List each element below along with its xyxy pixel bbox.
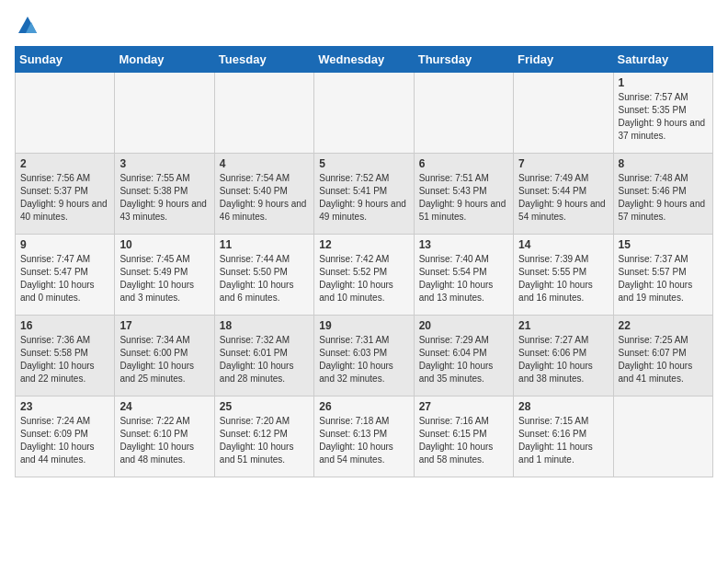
day-number: 4	[220, 157, 309, 170]
day-info: Sunrise: 7:32 AM Sunset: 6:01 PM Dayligh…	[220, 334, 309, 385]
day-number: 10	[119, 238, 209, 251]
day-number: 18	[220, 319, 309, 332]
logo	[15, 15, 39, 37]
day-number: 2	[20, 157, 109, 170]
day-number: 26	[319, 400, 408, 413]
day-number: 14	[518, 238, 608, 251]
day-number: 5	[319, 157, 408, 170]
calendar-cell: 3Sunrise: 7:55 AM Sunset: 5:38 PM Daylig…	[115, 154, 214, 235]
day-number: 13	[419, 238, 508, 251]
day-number: 16	[20, 319, 109, 332]
day-info: Sunrise: 7:27 AM Sunset: 6:06 PM Dayligh…	[518, 334, 608, 385]
calendar-cell	[314, 73, 414, 154]
day-info: Sunrise: 7:20 AM Sunset: 6:12 PM Dayligh…	[220, 415, 309, 466]
day-info: Sunrise: 7:45 AM Sunset: 5:49 PM Dayligh…	[119, 253, 209, 304]
day-number: 1	[619, 76, 708, 89]
calendar-cell	[214, 73, 313, 154]
calendar-cell	[16, 73, 115, 154]
calendar-cell: 9Sunrise: 7:47 AM Sunset: 5:47 PM Daylig…	[16, 235, 115, 316]
day-info: Sunrise: 7:36 AM Sunset: 5:58 PM Dayligh…	[20, 334, 109, 385]
calendar-cell: 22Sunrise: 7:25 AM Sunset: 6:07 PM Dayli…	[613, 316, 712, 396]
calendar-header-row: SundayMondayTuesdayWednesdayThursdayFrid…	[16, 47, 713, 73]
day-info: Sunrise: 7:52 AM Sunset: 5:41 PM Dayligh…	[319, 172, 408, 224]
day-info: Sunrise: 7:55 AM Sunset: 5:38 PM Dayligh…	[119, 172, 209, 224]
day-header-friday: Friday	[514, 47, 613, 73]
day-number: 15	[619, 238, 708, 251]
day-number: 27	[419, 400, 508, 413]
day-number: 9	[20, 238, 109, 251]
calendar-cell: 2Sunrise: 7:56 AM Sunset: 5:37 PM Daylig…	[16, 154, 115, 235]
calendar-cell: 8Sunrise: 7:48 AM Sunset: 5:46 PM Daylig…	[613, 154, 712, 235]
day-number: 12	[319, 238, 408, 251]
day-info: Sunrise: 7:16 AM Sunset: 6:15 PM Dayligh…	[419, 415, 508, 466]
day-number: 21	[518, 319, 608, 332]
calendar-cell: 25Sunrise: 7:20 AM Sunset: 6:12 PM Dayli…	[214, 396, 313, 477]
calendar-cell	[115, 73, 214, 154]
day-header-monday: Monday	[115, 47, 214, 73]
calendar-cell: 12Sunrise: 7:42 AM Sunset: 5:52 PM Dayli…	[314, 235, 414, 316]
day-info: Sunrise: 7:47 AM Sunset: 5:47 PM Dayligh…	[20, 253, 109, 304]
day-number: 23	[20, 400, 109, 413]
day-number: 17	[119, 319, 209, 332]
calendar-cell: 7Sunrise: 7:49 AM Sunset: 5:44 PM Daylig…	[514, 154, 613, 235]
calendar-week-row: 2Sunrise: 7:56 AM Sunset: 5:37 PM Daylig…	[16, 154, 713, 235]
day-info: Sunrise: 7:51 AM Sunset: 5:43 PM Dayligh…	[419, 172, 508, 224]
calendar-cell	[613, 396, 712, 477]
day-info: Sunrise: 7:29 AM Sunset: 6:04 PM Dayligh…	[419, 334, 508, 385]
calendar-cell: 18Sunrise: 7:32 AM Sunset: 6:01 PM Dayli…	[214, 316, 313, 396]
day-info: Sunrise: 7:18 AM Sunset: 6:13 PM Dayligh…	[319, 415, 408, 466]
calendar-cell: 17Sunrise: 7:34 AM Sunset: 6:00 PM Dayli…	[115, 316, 214, 396]
day-info: Sunrise: 7:24 AM Sunset: 6:09 PM Dayligh…	[20, 415, 109, 466]
day-header-saturday: Saturday	[613, 47, 712, 73]
day-info: Sunrise: 7:49 AM Sunset: 5:44 PM Dayligh…	[518, 172, 608, 224]
calendar-cell: 5Sunrise: 7:52 AM Sunset: 5:41 PM Daylig…	[314, 154, 414, 235]
calendar-cell: 23Sunrise: 7:24 AM Sunset: 6:09 PM Dayli…	[16, 396, 115, 477]
day-header-sunday: Sunday	[16, 47, 115, 73]
logo-icon	[17, 15, 39, 37]
day-info: Sunrise: 7:42 AM Sunset: 5:52 PM Dayligh…	[319, 253, 408, 304]
calendar-week-row: 16Sunrise: 7:36 AM Sunset: 5:58 PM Dayli…	[16, 316, 713, 396]
day-number: 19	[319, 319, 408, 332]
calendar-cell: 6Sunrise: 7:51 AM Sunset: 5:43 PM Daylig…	[414, 154, 513, 235]
calendar-cell: 10Sunrise: 7:45 AM Sunset: 5:49 PM Dayli…	[115, 235, 214, 316]
day-number: 22	[619, 319, 708, 332]
calendar-cell: 1Sunrise: 7:57 AM Sunset: 5:35 PM Daylig…	[613, 73, 712, 154]
day-info: Sunrise: 7:31 AM Sunset: 6:03 PM Dayligh…	[319, 334, 408, 385]
day-info: Sunrise: 7:15 AM Sunset: 6:16 PM Dayligh…	[518, 415, 608, 466]
calendar-cell: 28Sunrise: 7:15 AM Sunset: 6:16 PM Dayli…	[514, 396, 613, 477]
calendar-week-row: 1Sunrise: 7:57 AM Sunset: 5:35 PM Daylig…	[16, 73, 713, 154]
calendar-cell: 24Sunrise: 7:22 AM Sunset: 6:10 PM Dayli…	[115, 396, 214, 477]
page-header	[15, 15, 713, 37]
day-number: 24	[119, 400, 209, 413]
day-number: 28	[518, 400, 608, 413]
day-number: 20	[419, 319, 508, 332]
day-number: 8	[619, 157, 708, 170]
day-info: Sunrise: 7:37 AM Sunset: 5:57 PM Dayligh…	[619, 253, 708, 304]
calendar-cell: 19Sunrise: 7:31 AM Sunset: 6:03 PM Dayli…	[314, 316, 414, 396]
calendar-cell: 16Sunrise: 7:36 AM Sunset: 5:58 PM Dayli…	[16, 316, 115, 396]
calendar-week-row: 9Sunrise: 7:47 AM Sunset: 5:47 PM Daylig…	[16, 235, 713, 316]
day-info: Sunrise: 7:56 AM Sunset: 5:37 PM Dayligh…	[20, 172, 109, 224]
day-number: 3	[119, 157, 209, 170]
calendar-table: SundayMondayTuesdayWednesdayThursdayFrid…	[15, 46, 713, 477]
calendar-cell: 20Sunrise: 7:29 AM Sunset: 6:04 PM Dayli…	[414, 316, 513, 396]
day-header-tuesday: Tuesday	[214, 47, 313, 73]
day-info: Sunrise: 7:22 AM Sunset: 6:10 PM Dayligh…	[119, 415, 209, 466]
day-info: Sunrise: 7:57 AM Sunset: 5:35 PM Dayligh…	[619, 91, 708, 143]
calendar-cell	[514, 73, 613, 154]
calendar-cell: 13Sunrise: 7:40 AM Sunset: 5:54 PM Dayli…	[414, 235, 513, 316]
calendar-cell: 11Sunrise: 7:44 AM Sunset: 5:50 PM Dayli…	[214, 235, 313, 316]
day-header-thursday: Thursday	[414, 47, 513, 73]
day-info: Sunrise: 7:34 AM Sunset: 6:00 PM Dayligh…	[119, 334, 209, 385]
calendar-cell: 14Sunrise: 7:39 AM Sunset: 5:55 PM Dayli…	[514, 235, 613, 316]
day-number: 6	[419, 157, 508, 170]
calendar-cell: 15Sunrise: 7:37 AM Sunset: 5:57 PM Dayli…	[613, 235, 712, 316]
day-header-wednesday: Wednesday	[314, 47, 414, 73]
calendar-cell	[414, 73, 513, 154]
day-info: Sunrise: 7:48 AM Sunset: 5:46 PM Dayligh…	[619, 172, 708, 224]
day-info: Sunrise: 7:44 AM Sunset: 5:50 PM Dayligh…	[220, 253, 309, 304]
calendar-cell: 21Sunrise: 7:27 AM Sunset: 6:06 PM Dayli…	[514, 316, 613, 396]
calendar-week-row: 23Sunrise: 7:24 AM Sunset: 6:09 PM Dayli…	[16, 396, 713, 477]
day-info: Sunrise: 7:25 AM Sunset: 6:07 PM Dayligh…	[619, 334, 708, 385]
day-number: 7	[518, 157, 608, 170]
